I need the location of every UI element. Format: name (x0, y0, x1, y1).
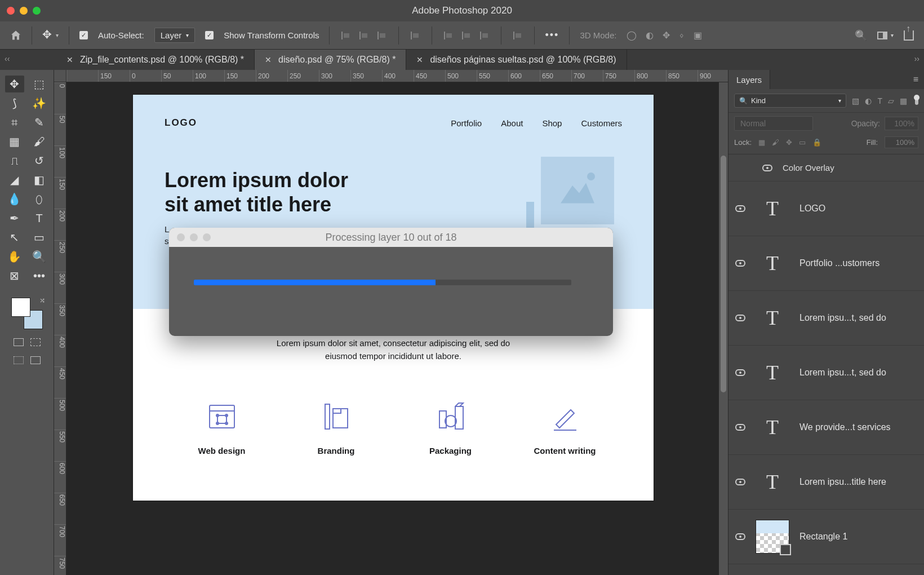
layer-row[interactable]: TLOGO (728, 182, 924, 236)
frame-tool[interactable]: ▦ (5, 133, 24, 150)
visibility-toggle-icon[interactable] (735, 533, 745, 540)
align-center-h-button[interactable] (358, 29, 370, 42)
layer-effect-row[interactable]: Color Overlay (728, 154, 924, 182)
default-colors-icon[interactable] (14, 338, 24, 346)
show-transform-checkbox[interactable]: ✓ (205, 31, 214, 39)
brush-tool[interactable]: 🖌 (30, 133, 49, 150)
horizontal-ruler[interactable]: 1500501001502002503003504004505005506006… (66, 70, 728, 82)
tabs-scroll-left[interactable]: ‹‹ (5, 54, 10, 63)
zoom-tool[interactable]: 🔍 (30, 248, 49, 265)
dialog-close-button[interactable] (177, 233, 185, 241)
layer-row[interactable]: TLorem ipsu...t, sed do (728, 346, 924, 400)
filter-adjustment-icon[interactable]: ◐ (865, 96, 872, 105)
tab-document-2[interactable]: ✕ diseño.psd @ 75% (RGB/8) * (255, 50, 406, 70)
color-swatches[interactable]: ⤭ (11, 298, 43, 329)
foreground-color-swatch[interactable] (11, 298, 30, 317)
filter-toggle[interactable] (915, 97, 918, 105)
panel-menu-icon[interactable]: ≡ (908, 70, 924, 89)
visibility-toggle-icon[interactable] (735, 205, 745, 212)
visibility-toggle-icon[interactable] (735, 424, 745, 431)
layer-row[interactable]: TLorem ipsu...title here (728, 455, 924, 510)
visibility-toggle-icon[interactable] (762, 165, 772, 171)
opacity-input[interactable]: 100% (885, 117, 918, 130)
more-options-button[interactable]: ••• (545, 29, 559, 41)
align-right-button[interactable] (376, 29, 388, 42)
move-tool[interactable]: ✥ (5, 76, 24, 92)
zoom-window-button[interactable] (33, 7, 41, 15)
pan-icon[interactable]: ✥ (663, 30, 670, 41)
filter-kind-dropdown[interactable]: 🔍 Kind ▾ (734, 94, 846, 108)
search-icon[interactable] (855, 29, 867, 42)
dodge-tool[interactable]: ⬯ (30, 191, 49, 207)
tab-document-1[interactable]: ✕ Zip_file_contents.psd @ 100% (RGB/8) * (56, 50, 255, 70)
filter-smart-icon[interactable]: ▦ (900, 96, 907, 105)
vertical-ruler[interactable]: 0501001502002503003504004505005506006507… (54, 82, 66, 575)
fill-input[interactable]: 100% (885, 136, 918, 148)
tab-document-3[interactable]: ✕ diseños páginas sueltas.psd @ 100% (RG… (406, 50, 627, 70)
path-selection-tool[interactable]: ↖ (5, 229, 24, 246)
edit-toolbar-button[interactable]: ••• (30, 267, 49, 284)
dialog-minimize-button[interactable] (190, 233, 198, 241)
home-icon[interactable] (10, 30, 21, 41)
lock-all-icon[interactable]: 🔒 (812, 138, 821, 147)
workspace-switcher[interactable]: ▾ (877, 32, 894, 39)
close-window-button[interactable] (7, 7, 15, 15)
lock-artboard-icon[interactable]: ▭ (799, 138, 806, 147)
visibility-toggle-icon[interactable] (735, 369, 745, 376)
rectangle-tool[interactable]: ▭ (30, 229, 49, 246)
align-left-button[interactable] (340, 29, 352, 42)
filter-shape-icon[interactable]: ▱ (888, 96, 894, 105)
tabs-scroll-right[interactable]: ›› (914, 54, 919, 63)
magic-wand-tool[interactable]: ✨ (30, 95, 49, 112)
gradient-tool[interactable]: ◧ (30, 171, 49, 188)
layer-row[interactable]: Rectangle 1 (728, 510, 924, 564)
pen-tool[interactable]: ✒ (5, 210, 24, 227)
distribute-top-button[interactable] (442, 29, 455, 42)
vertical-scrollbar[interactable] (719, 82, 728, 575)
auto-select-checkbox[interactable]: ✓ (79, 31, 88, 39)
stamp-tool[interactable]: ⎍ (5, 152, 24, 169)
blur-tool[interactable]: 💧 (5, 191, 24, 207)
visibility-toggle-icon[interactable] (735, 479, 745, 485)
history-brush-tool[interactable]: ↺ (30, 152, 49, 169)
tool-preset-picker[interactable]: ▾ (42, 30, 59, 41)
auto-select-target-dropdown[interactable]: Layer ▾ (154, 28, 196, 43)
lasso-tool[interactable]: ⟆ (5, 95, 24, 112)
visibility-toggle-icon[interactable] (735, 315, 745, 321)
distribute-bottom-button[interactable] (478, 29, 491, 42)
camera-icon[interactable]: ▣ (694, 30, 702, 41)
blend-mode-dropdown[interactable]: Normal (734, 116, 813, 131)
close-tab-icon[interactable]: ✕ (416, 55, 423, 64)
screen-mode-icon[interactable] (14, 356, 24, 364)
filter-type-icon[interactable]: T (877, 96, 882, 105)
minimize-window-button[interactable] (20, 7, 28, 15)
lock-position-icon[interactable]: ✥ (786, 138, 792, 147)
share-icon[interactable] (904, 30, 914, 41)
eyedropper-tool[interactable]: ✎ (30, 114, 49, 131)
layer-row[interactable]: TWe provide...t services (728, 400, 924, 455)
artboard-tool[interactable]: ⊠ (5, 267, 24, 284)
eraser-tool[interactable]: ◢ (5, 171, 24, 188)
filter-pixel-icon[interactable]: ▧ (852, 96, 859, 105)
quick-mask-icon[interactable] (30, 338, 41, 346)
ruler-origin[interactable] (54, 70, 66, 82)
layer-row[interactable]: TLorem ipsu...t, sed do (728, 291, 924, 346)
orbit-icon[interactable]: ◯ (627, 30, 637, 41)
dialog-zoom-button[interactable] (203, 233, 211, 241)
distribute-center-button[interactable] (460, 29, 473, 42)
layer-row[interactable]: TPortfolio ...ustomers (728, 236, 924, 291)
align-middle-button[interactable] (409, 29, 421, 42)
layers-tab[interactable]: Layers (728, 70, 770, 89)
screen-mode-2-icon[interactable] (30, 356, 41, 364)
visibility-toggle-icon[interactable] (735, 260, 745, 267)
type-tool[interactable]: T (30, 210, 49, 227)
lock-image-icon[interactable]: 🖌 (772, 138, 779, 147)
marquee-tool[interactable]: ⬚ (30, 76, 49, 92)
crop-tool[interactable]: ⌗ (5, 114, 24, 131)
swap-colors-icon[interactable]: ⤭ (39, 297, 45, 304)
close-tab-icon[interactable]: ✕ (66, 55, 73, 64)
hand-tool[interactable]: ✋ (5, 248, 24, 265)
slide-icon[interactable]: ⬨ (679, 30, 685, 41)
distribute-spacing-button[interactable] (512, 29, 524, 42)
scrollbar-thumb[interactable] (721, 156, 726, 392)
